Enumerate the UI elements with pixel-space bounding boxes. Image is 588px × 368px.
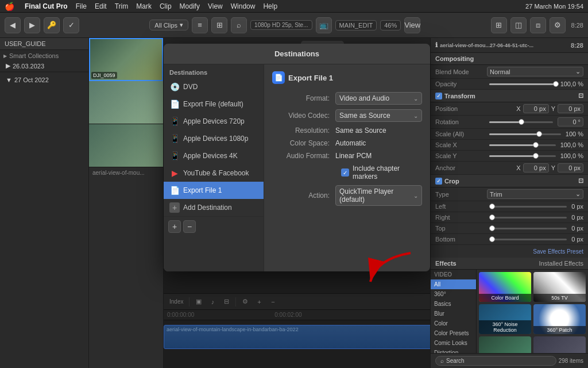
scale-thumb[interactable] [536,131,542,137]
dest-item-apple-720p[interactable]: 📱 Apple Devices 720p [164,113,264,130]
effect-cat-color[interactable]: Color [431,319,476,328]
search-btn[interactable]: ⌕ [231,17,247,33]
blend-mode-select[interactable]: Normal ⌄ [487,67,583,76]
apple-icon[interactable]: 🍎 [5,2,14,11]
back-btn[interactable]: ◀ [5,17,21,33]
scale-slider[interactable] [489,133,561,135]
rotation-input[interactable]: 0 ° [558,117,583,126]
opacity-slider[interactable] [489,83,556,85]
crop-reset[interactable]: ⊡ [578,177,583,185]
crop-top-slider[interactable] [489,228,567,229]
key-btn[interactable]: 🔑 [44,17,60,33]
format-value: Video and Audio [339,94,389,102]
smart-collections-label[interactable]: Smart Collections [9,52,59,59]
crop-right-thumb[interactable] [489,214,495,220]
dest-item-export-file-1[interactable]: 📄 Export File 1 [164,182,264,199]
menu-mark[interactable]: Mark [136,2,152,10]
sidebar-date-group-1[interactable]: ▶ 26.03.2023 [0,60,88,71]
effects-search-box[interactable]: ⌕ Search [435,356,556,366]
dest-item-youtube[interactable]: ▶ YouTube & Facebook [164,164,264,182]
effect-aged-film[interactable]: Aged Film [533,336,586,353]
crop-bottom-slider[interactable] [489,239,567,240]
dvd-icon: 💿 [169,82,180,92]
menu-clip[interactable]: Clip [160,2,172,10]
crop-right-slider[interactable] [489,217,567,218]
rotation-slider[interactable] [489,121,553,123]
menu-edit[interactable]: Edit [95,2,107,10]
scale-y-thumb[interactable] [533,153,539,159]
crop-top-value: 0 px [487,225,583,232]
grid-view-btn[interactable]: ⊞ [211,17,227,33]
media-thumb-3[interactable] [89,124,163,167]
anchor-x-input[interactable]: 0 px [523,163,549,172]
sidebar-user-guide[interactable]: USER_GUIDE [5,40,46,47]
main-layout: USER_GUIDE ▶ Smart Collections ▶ 26.03.2… [0,38,588,368]
sidebar-date-group-2[interactable]: ▼ 27 Oct 2022 [0,75,88,85]
pos-x-input[interactable]: 0 px [523,104,549,113]
format-select[interactable]: Video and Audio ⌄ [335,92,422,105]
effect-cat-basics[interactable]: Basics [431,299,476,309]
toggle-btn-1[interactable]: ⊞ [491,17,507,33]
menu-trim[interactable]: Trim [115,2,129,10]
effect-cat-360[interactable]: 360° [431,289,476,299]
scale-y-slider[interactable] [489,155,556,157]
scale-x-slider[interactable] [489,144,556,146]
toggle-btn-2[interactable]: ◫ [510,17,527,33]
blend-value-text: Normal [490,68,510,75]
pos-y-input[interactable]: 0 px [558,104,583,113]
list-view-btn[interactable]: ≡ [192,17,208,33]
dest-item-export-default[interactable]: 📄 Export File (default) [164,95,264,113]
effect-cat-blur[interactable]: Blur [431,309,476,319]
scale-x-thumb[interactable] [533,142,539,148]
audio-row: Audio Format: Linear PCM [272,152,422,160]
effect-360-noise[interactable]: 360° Noise Reduction [479,304,531,334]
forward-btn[interactable]: ▶ [24,17,40,33]
effect-cat-distortion[interactable]: Distortion [431,348,476,353]
check-btn[interactable]: ✓ [63,17,79,33]
menu-modify[interactable]: Modify [180,2,200,10]
save-effects-btn[interactable]: Save Effects Preset [533,248,583,255]
effect-50s-tv[interactable]: 50s TV [533,272,586,302]
clip-selector[interactable]: All Clips ▾ [149,20,188,30]
transform-reset[interactable]: ⊡ [578,92,583,99]
crop-left-slider[interactable] [489,206,567,208]
crop-type-select[interactable]: Trim ⌄ [487,189,583,199]
crop-checkbox[interactable]: ✓ [435,178,442,185]
chapter-markers-checkbox[interactable]: ✓ [341,168,349,177]
transform-checkbox[interactable]: ✓ [435,93,442,99]
settings-btn[interactable]: ⚙ [550,17,566,33]
rotation-thumb[interactable] [519,119,524,125]
zoom-badge[interactable]: 46% [380,20,401,30]
action-value: QuickTime Player (default) [339,187,413,204]
menu-help[interactable]: Help [263,2,277,10]
effect-cat-comic[interactable]: Comic Looks [431,338,476,348]
menu-file[interactable]: File [76,2,87,10]
remove-dest-btn[interactable]: − [183,220,196,233]
dest-item-dvd[interactable]: 💿 DVD [164,78,264,95]
effect-color-board[interactable]: Color Board [479,272,531,302]
crop-left-thumb[interactable] [489,204,495,209]
menu-view[interactable]: View [208,2,223,10]
media-thumb-2[interactable] [89,81,163,124]
effect-cat-all[interactable]: All [431,279,476,289]
dest-item-apple-1080p[interactable]: 📱 Apple Devices 1080p [164,130,264,147]
effect-cat-color-presets[interactable]: Color Presets [431,328,476,338]
menu-window[interactable]: Window [231,2,256,10]
toggle-btn-3[interactable]: ⧈ [530,17,546,33]
anchor-y-input[interactable]: 0 px [558,163,583,172]
media-thumb-1[interactable]: DJI_0059 [89,38,163,81]
dest-item-apple-4k[interactable]: 📱 Apple Devices 4K [164,147,264,164]
effect-add-noise[interactable]: Add Noise [479,336,531,353]
add-dest-btn[interactable]: + [168,220,181,233]
smart-collections-triangle[interactable]: ▶ [3,53,7,59]
view-btn[interactable]: View [404,17,420,33]
crop-bottom-thumb[interactable] [489,236,495,242]
crop-top-row: Top 0 px [431,223,588,234]
action-select[interactable]: QuickTime Player (default) ⌄ [335,185,422,206]
effect-360-patch[interactable]: 360° Patch [533,304,586,334]
dest-item-add[interactable]: + Add Destination [164,199,264,216]
export-file-1-label: Export File 1 [183,186,222,194]
crop-top-thumb[interactable] [489,225,495,231]
opacity-thumb[interactable] [553,81,559,87]
codec-select[interactable]: Same as Source ⌄ [335,109,422,122]
